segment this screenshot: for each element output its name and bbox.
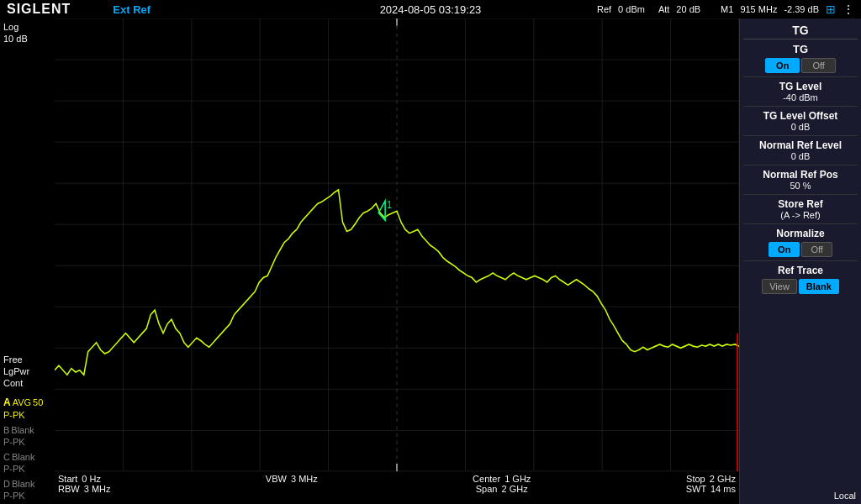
center-label: Center	[473, 474, 500, 484]
b-blank: Blank	[11, 425, 34, 435]
tg-off-button[interactable]: Off	[801, 58, 835, 73]
ppk-label: P-PK	[3, 410, 51, 420]
span-value: 2 GHz	[502, 484, 528, 494]
spectrum-chart: 50.0 40.0 30.0 20.0 10.0 0.0 -10.0 -20.0…	[55, 18, 739, 472]
marker-freq: 915 MHz	[740, 4, 777, 14]
tg-level-offset-value: 0 dB	[743, 122, 858, 132]
start-value: 0 Hz	[82, 474, 101, 484]
tg-level-label: TG Level	[743, 81, 858, 92]
d-blank: Blank	[12, 479, 35, 489]
d-ppk: P-PK	[3, 491, 51, 501]
network-icon: ⊞	[826, 3, 836, 16]
normalize-off-button[interactable]: Off	[801, 242, 832, 257]
divider-5	[743, 194, 858, 195]
ref-trace-blank-button[interactable]: Blank	[799, 279, 839, 294]
stop-label: Stop	[686, 474, 705, 484]
ref-value: 0 dBm	[618, 4, 645, 14]
stop-value: 2 GHz	[710, 474, 736, 484]
divider-1	[743, 76, 858, 77]
avg-count: 50	[33, 397, 43, 407]
detect-label: Free	[3, 354, 51, 365]
right-panel: TG TG On Off TG Level -40 dBm TG Level O…	[739, 18, 861, 504]
scale-value: 10 dB	[3, 34, 51, 44]
store-ref-value: (A -> Ref)	[743, 210, 858, 220]
scale-log: Log	[3, 22, 51, 32]
divider-3	[743, 135, 858, 136]
marker-level: -2.39 dB	[784, 4, 819, 14]
ref-trace-label: Ref Trace	[743, 265, 858, 276]
trace-b-indicator: B	[3, 425, 9, 435]
marker-label: M1	[721, 4, 733, 14]
avg-label: AVG	[13, 397, 31, 407]
span-label: Span	[476, 484, 498, 494]
ref-label: Ref	[597, 4, 611, 14]
c-blank: Blank	[12, 452, 35, 462]
divider-7	[743, 260, 858, 261]
center-value: 1 GHz	[504, 474, 531, 484]
normal-ref-level-value: 0 dB	[743, 151, 858, 161]
ref-trace-view-button[interactable]: View	[762, 279, 797, 294]
tg-level-offset-label: TG Level Offset	[743, 110, 858, 122]
att-value: 20 dB	[676, 4, 700, 14]
normal-ref-level-label: Normal Ref Level	[743, 139, 858, 151]
datetime-display: 2024-08-05 03:19:23	[380, 3, 482, 16]
start-label: Start	[58, 474, 77, 484]
power-label: LgPwr	[3, 366, 51, 376]
vbw-value: 3 MHz	[291, 474, 318, 484]
siglent-logo: SIGLENT	[7, 2, 71, 17]
mode-label: Cont	[3, 378, 51, 388]
divider-2	[743, 106, 858, 107]
menu-icon[interactable]: ⋮	[843, 3, 854, 16]
normal-ref-level-section: Normal Ref Level 0 dB	[743, 139, 858, 161]
normalize-on-button[interactable]: On	[769, 242, 800, 257]
att-label: Att	[658, 4, 669, 14]
swt-value: 14 ms	[710, 484, 736, 494]
ext-ref-label: Ext Ref	[113, 3, 151, 16]
store-ref-section: Store Ref (A -> Ref)	[743, 198, 858, 220]
tg-level-value: -40 dBm	[743, 92, 858, 102]
divider-4	[743, 165, 858, 165]
tg-section: TG On Off	[743, 43, 858, 73]
normal-ref-pos-section: Normal Ref Pos 50 %	[743, 169, 858, 191]
swt-label: SWT	[686, 484, 706, 494]
rbw-label: RBW	[58, 484, 80, 494]
divider-6	[743, 223, 858, 224]
b-ppk: P-PK	[3, 437, 51, 447]
normalize-label: Normalize	[743, 228, 858, 239]
panel-main-title: TG	[743, 22, 858, 39]
local-label: Local	[743, 491, 858, 501]
normal-ref-pos-label: Normal Ref Pos	[743, 169, 858, 181]
normalize-section: Normalize On Off	[743, 228, 858, 257]
tg-label: TG	[743, 43, 858, 55]
tg-on-button[interactable]: On	[765, 58, 800, 73]
tg-level-section: TG Level -40 dBm	[743, 81, 858, 102]
tg-level-offset-section: TG Level Offset 0 dB	[743, 110, 858, 132]
trace-c-indicator: C	[3, 452, 10, 462]
rbw-value: 3 MHz	[84, 484, 111, 494]
normal-ref-pos-value: 50 %	[743, 181, 858, 191]
trace-d-indicator: D	[3, 479, 10, 489]
trace-a-indicator: A	[3, 396, 11, 408]
svg-text:1: 1	[387, 199, 392, 210]
ref-trace-section: Ref Trace View Blank	[743, 265, 858, 294]
store-ref-label: Store Ref	[743, 198, 858, 210]
c-ppk: P-PK	[3, 464, 51, 474]
vbw-label: VBW	[266, 474, 287, 484]
